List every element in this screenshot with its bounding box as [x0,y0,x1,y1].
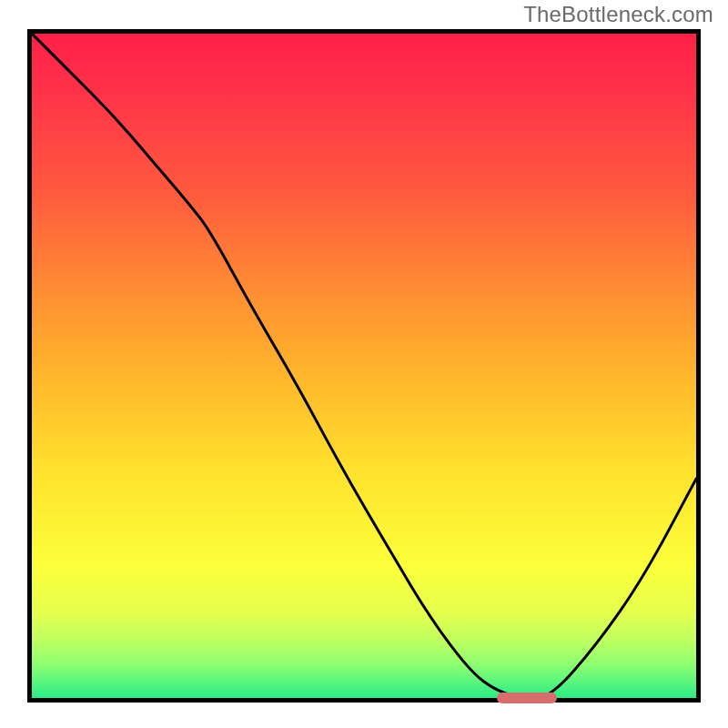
curve-layer [32,34,696,698]
watermark-text: TheBottleneck.com [523,2,713,27]
chart-container: TheBottleneck.com [0,0,728,728]
bottleneck-curve [32,34,696,698]
optimum-marker [497,693,557,703]
chart-frame [27,29,701,703]
